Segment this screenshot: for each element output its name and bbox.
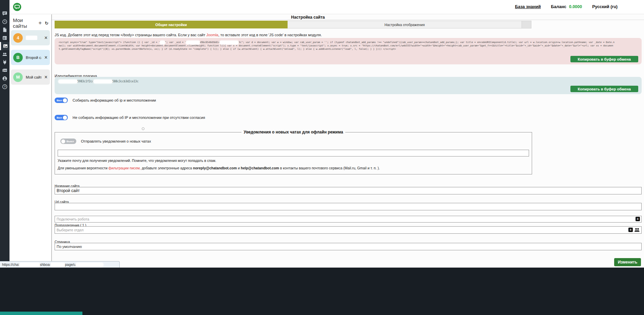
site-name-redacted (26, 36, 37, 40)
redaction-blur (59, 80, 77, 83)
contact-card-icon[interactable] (0, 34, 9, 42)
hint-part: добавьте электронные адреса (141, 166, 193, 170)
plugin-id-segment: 5983c1f2cc (77, 80, 94, 83)
redaction-blur (160, 41, 165, 44)
notification-email-input[interactable] (58, 150, 529, 156)
departments-select-input[interactable] (55, 226, 642, 234)
fieldset-legend: Уведомления о новых чатах для офлайн реж… (241, 130, 345, 134)
connect-robot-input[interactable] (55, 216, 642, 223)
offline-notifications-fieldset: Уведомления о новых чатах для офлайн реж… (55, 130, 532, 174)
plugin-id-text: 5983c1f2cc588c3ccb3d2ce13c (59, 80, 638, 83)
js-code-label: JS код. Добавте этот код перед тегом </b… (55, 33, 322, 37)
balance: Баланс 0.0000 (551, 4, 582, 9)
toggle-no-collect-without-consent[interactable]: Вкл (55, 115, 68, 120)
site-list-item-selected[interactable]: B Второй сайт × (11, 50, 50, 65)
js-code-block: <script async="true" type="text/javascri… (55, 38, 642, 64)
departments-users-icon[interactable] (634, 228, 640, 232)
site-list-item[interactable]: 4 × (11, 30, 50, 45)
tab-general-settings[interactable]: Общие настройки (55, 21, 288, 28)
toggle-collect-ip[interactable]: Вкл (55, 98, 68, 103)
status-url-segment: shboar (40, 262, 51, 267)
hint-part: в контакты вашего почтового сервиса (Mai… (279, 166, 380, 170)
taskbar-accent-strip (0, 312, 82, 315)
chat-icon[interactable] (0, 9, 9, 18)
toggle-send-notifications-label: Отправлять уведомления о новых чатах (81, 139, 151, 143)
pdf-icon[interactable]: PDF (0, 66, 9, 75)
link-preview-statusbar: https://chatshboarpage/u (0, 261, 120, 268)
image-icon[interactable] (0, 42, 9, 50)
users-icon[interactable] (0, 50, 9, 58)
status-url-segment: page/u (65, 262, 76, 267)
toggle-send-notifications[interactable]: Выкл (60, 139, 76, 144)
toggle-state-label: Вкл (55, 99, 62, 102)
redaction-blur (26, 36, 37, 40)
add-robot-icon[interactable]: + (636, 217, 640, 221)
toggle-state-label: Выкл (66, 140, 76, 143)
knowledge-base-link[interactable]: База знаний (515, 4, 541, 9)
toggle-no-collect-label: Не собирать информацию об IP и местополо… (73, 115, 205, 120)
site-url-input[interactable] (55, 203, 642, 210)
redaction-blur (51, 263, 65, 266)
svg-text:PDF: PDF (4, 70, 7, 71)
code-segment: "; var _aid = " (165, 41, 186, 44)
redaction-blur (76, 263, 103, 266)
noreply-email: noreply@chatandbot.com (193, 166, 237, 170)
page-select-input[interactable] (55, 243, 642, 250)
close-icon[interactable]: × (44, 75, 47, 79)
close-icon[interactable]: × (44, 56, 47, 60)
add-site-icon[interactable]: + (38, 21, 42, 25)
desktop-background (0, 268, 644, 315)
plugin-id-segment: 588c3ccb3d2ce13c (112, 80, 138, 83)
page-title: Настройка сайта (52, 15, 564, 20)
spam-filter-hint: Для уменьшения вероятности фильтрации пи… (58, 166, 529, 170)
profile-icon[interactable] (0, 75, 9, 83)
toggle-knob (63, 115, 67, 120)
site-avatar: B (13, 53, 23, 62)
help-email: help@chatandbot.com (241, 166, 279, 170)
redaction-blur (19, 263, 40, 266)
sites-panel: Мои сайты + ↻ 4 × B Второй сайт × M Мой … (9, 15, 52, 268)
help-icon[interactable]: ? (0, 83, 9, 91)
plug-icon[interactable] (0, 58, 9, 66)
document-icon[interactable] (0, 26, 9, 34)
main-titlebar: Настройка сайта (52, 14, 644, 20)
refresh-icon[interactable]: ↻ (45, 21, 48, 26)
code-segment: <script async="true" type="text/javascri… (59, 41, 160, 44)
toggle-knob (61, 139, 65, 144)
submit-button[interactable]: Изменить (614, 258, 641, 266)
redaction-blur (94, 80, 112, 83)
balance-label: Баланс (551, 4, 566, 9)
redaction-blur (186, 41, 200, 44)
site-list-item[interactable]: M Мой сайт × (11, 69, 50, 85)
plugin-id-block: 5983c1f2cc588c3ccb3d2ce13c Копировать в … (55, 77, 642, 94)
copy-plugin-id-button[interactable]: Копировать в буфер обмена (570, 86, 638, 92)
add-department-icon[interactable]: + (628, 228, 633, 232)
tab-display-settings[interactable]: Настройка отображения (288, 21, 522, 28)
history-icon[interactable] (0, 18, 9, 26)
joomla-link[interactable]: Joomla (206, 33, 218, 37)
hint-part: Для уменьшения вероятности (58, 166, 109, 170)
toggle-state-label: Вкл (55, 116, 62, 119)
site-settings-main: Настройка сайта Общие настройки Настройк… (52, 14, 644, 268)
close-icon[interactable]: × (44, 36, 47, 40)
toggle-knob (63, 98, 67, 103)
code-segment: d9bc6548d5b81e (200, 41, 220, 44)
language-selector[interactable]: Русский (ru) (592, 4, 618, 9)
site-name-input[interactable] (55, 187, 642, 194)
mail-filtering-link[interactable]: фильтрации писем, (109, 166, 141, 170)
js-label-part: , то вставьте этот код в поле 'JS code' … (218, 33, 322, 37)
toggle-collect-ip-label: Собирать информацию об ip и местоположен… (73, 98, 156, 102)
redaction-blur (220, 41, 238, 44)
settings-tabs: Общие настройки Настройка отображения (55, 21, 531, 28)
top-header: База знаний Баланс 0.0000 Русский (ru) (9, 0, 644, 14)
sites-panel-title: Мои сайты (13, 17, 38, 29)
app-logo-icon[interactable] (13, 3, 21, 11)
copy-js-code-button[interactable]: Копировать в буфер обмена (570, 56, 638, 62)
email-hint: Укажите почту для получения уведомлений.… (58, 159, 529, 163)
js-label-part: JS код. Добавте этот код перед тегом </b… (55, 33, 206, 37)
status-url-segment: https://chat (2, 262, 19, 267)
left-icon-rail: PDF ? (0, 0, 9, 268)
svg-text:?: ? (4, 85, 6, 88)
balance-value: 0.0000 (569, 4, 582, 9)
site-avatar: 4 (13, 33, 23, 43)
